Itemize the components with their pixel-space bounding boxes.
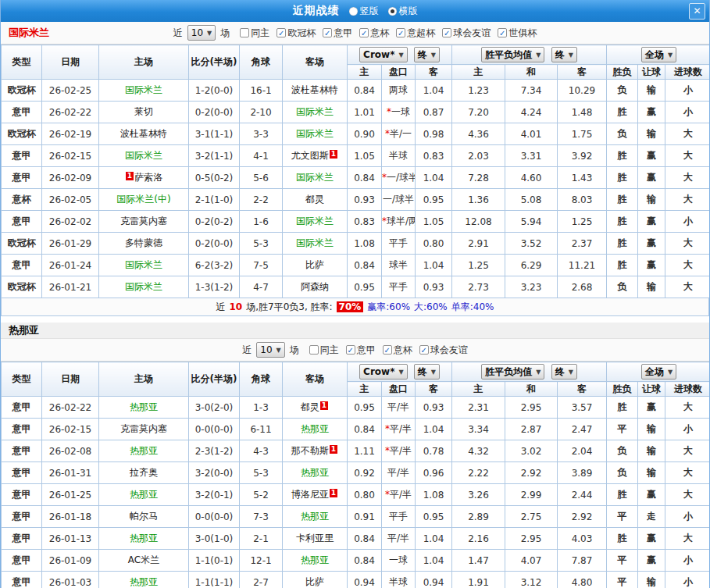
inter-match-count-select[interactable]: 10▼ xyxy=(187,25,216,41)
team-name: 国际米兰 xyxy=(125,84,162,95)
corners-cell: 2-7 xyxy=(240,572,283,588)
home-team-cell: 热那亚 xyxy=(99,397,189,419)
avg-home-odds-cell: 4.36 xyxy=(452,123,505,145)
handicap-time-select[interactable]: 终▼ xyxy=(414,47,440,62)
league-cell: 欧冠杯 xyxy=(2,80,42,102)
corners-cell: 6-11 xyxy=(240,419,283,440)
handicap-line-cell: *平/半 xyxy=(382,440,416,462)
score-cell: 2-3(1-2) xyxy=(189,440,240,462)
league-cell: 意杯 xyxy=(2,189,42,211)
match-row: 意杯26-02-05国际米兰(中)2-1(1-0)2-2都灵0.93一/球半0.… xyxy=(2,189,710,211)
col-header-odds-home: 主 xyxy=(348,65,382,80)
avg-type-select[interactable]: 胜平负均值▼ xyxy=(481,47,544,62)
col-header-type: 类型 xyxy=(2,362,42,397)
avg-draw-odds-cell: 4.60 xyxy=(505,167,558,189)
close-button[interactable]: ✕ xyxy=(689,3,705,20)
avg-away-odds-cell: 11.21 xyxy=(558,255,607,276)
avg-home-odds-cell: 2.22 xyxy=(452,462,505,484)
col-header-handicap: 盘口 xyxy=(382,65,416,80)
layout-radio-selected[interactable]: 横版 xyxy=(388,5,418,18)
score-cell: 3-2(1-1) xyxy=(189,145,240,167)
inter-filter-controls: 近 10▼ 场 同主✓欧冠杯✓意甲✓意杯✓意超杯✓球会友谊✓世俱杯 xyxy=(173,25,537,41)
odds-source-select[interactable]: Crow*▼ xyxy=(359,47,408,62)
radio-label: 横版 xyxy=(399,5,418,18)
filter-checkbox[interactable]: ✓意甲 xyxy=(346,344,376,357)
avg-home-odds-cell: 1.23 xyxy=(452,80,505,102)
goals-result-cell: 大 xyxy=(665,397,710,419)
chevron-down-icon: ▼ xyxy=(431,52,436,59)
handicap-time-select[interactable]: 终▼ xyxy=(414,364,440,380)
checkbox-icon: ✓ xyxy=(359,28,369,37)
handicap-away-odds-cell: 0.96 xyxy=(416,462,452,484)
checkbox-icon: ✓ xyxy=(323,28,332,37)
filter-checkbox[interactable]: 同主 xyxy=(240,27,269,40)
genoa-match-count-select[interactable]: 10▼ xyxy=(256,342,284,358)
handicap-away-odds-cell: 0.93 xyxy=(416,397,452,419)
filter-checkbox[interactable]: ✓球会友谊 xyxy=(419,344,468,357)
scope-select[interactable]: 全场▼ xyxy=(641,47,676,62)
odds-source-select[interactable]: Crow*▼ xyxy=(359,364,408,380)
layout-radio-option[interactable]: 竖版 xyxy=(349,5,379,18)
team-name: 热那亚 xyxy=(301,511,329,522)
home-team-cell: 热那亚 xyxy=(99,440,189,462)
filter-checkbox[interactable]: ✓意甲 xyxy=(323,27,352,40)
checkbox-label: 球会友谊 xyxy=(430,344,468,357)
filter-checkbox[interactable]: ✓欧冠杯 xyxy=(277,27,316,40)
handicap-result-cell: 赢 xyxy=(638,255,665,276)
score-cell: 0-0(0-0) xyxy=(189,419,240,440)
goals-result-cell: 小 xyxy=(665,211,710,233)
score-cell: 1-2(0-0) xyxy=(189,80,240,102)
avg-time-select[interactable]: 终▼ xyxy=(551,364,577,380)
col-header-type: 类型 xyxy=(2,45,42,80)
avg-draw-odds-cell: 5.08 xyxy=(505,189,558,211)
goals-result-cell: 小 xyxy=(665,102,710,123)
checkbox-label: 意超杯 xyxy=(407,27,435,40)
filter-checkbox[interactable]: ✓意超杯 xyxy=(396,27,435,40)
red-card-badge: 1 xyxy=(330,489,337,497)
filter-checkbox[interactable]: ✓意杯 xyxy=(359,27,389,40)
filter-checkbox[interactable]: 同主 xyxy=(309,344,339,357)
avg-time-select[interactable]: 终▼ xyxy=(551,47,577,62)
checkbox-icon: ✓ xyxy=(383,345,392,355)
handicap-result-cell: 赢 xyxy=(638,211,665,233)
handicap-line-cell: 平/半 xyxy=(382,528,416,550)
avg-away-odds-cell: 2.92 xyxy=(558,506,607,528)
avg-home-odds-cell: 1.25 xyxy=(452,255,505,276)
handicap-result-cell: 输 xyxy=(638,189,665,211)
team-name: 国际米兰 xyxy=(296,237,334,248)
score-cell: 0-2(0-2) xyxy=(189,211,240,233)
home-team-cell: 热那亚 xyxy=(99,572,189,588)
match-row: 欧冠杯26-01-29多特蒙德0-2(0-0)5-3国际米兰1.08平手0.80… xyxy=(2,233,710,255)
match-row: 意甲26-02-15国际米兰3-2(1-1)4-1尤文图斯11.05半球0.83… xyxy=(2,145,710,167)
away-handicap-star: * xyxy=(385,489,390,500)
away-team-cell: 国际米兰 xyxy=(283,211,348,233)
league-cell: 意甲 xyxy=(2,462,42,484)
handicap-result-cell: 赢 xyxy=(638,397,665,419)
radio-icon xyxy=(349,7,358,16)
league-cell: 欧冠杯 xyxy=(2,276,42,298)
match-row: 意甲26-02-15克雷莫内塞0-0(0-0)6-11热那亚0.84*平/半1.… xyxy=(2,419,710,440)
red-card-badge: 1 xyxy=(320,401,328,410)
filter-checkbox[interactable]: ✓球会友谊 xyxy=(442,27,491,40)
chevron-down-icon: ▼ xyxy=(277,347,281,354)
scope-select[interactable]: 全场▼ xyxy=(641,364,676,380)
handicap-line-cell: *一球 xyxy=(382,102,416,123)
home-team-cell: 国际米兰(中) xyxy=(99,189,189,211)
handicap-away-odds-cell: 0.78 xyxy=(416,440,452,462)
handicap-result-cell: 输 xyxy=(638,419,665,440)
handicap-home-odds-cell: 0.91 xyxy=(348,506,382,528)
checkbox-icon: ✓ xyxy=(419,345,429,355)
away-handicap-star: * xyxy=(382,216,387,226)
filter-checkbox[interactable]: ✓意杯 xyxy=(383,344,412,357)
avg-away-odds-cell: 4.03 xyxy=(558,528,607,550)
goals-result-cell: 大 xyxy=(665,167,710,189)
avg-type-select[interactable]: 胜平负均值▼ xyxy=(481,364,544,380)
team-name: 热那亚 xyxy=(130,445,158,456)
col-header-odds-away: 客 xyxy=(416,65,452,80)
date-cell: 26-01-25 xyxy=(42,484,99,506)
score-cell: 0-0(0-0) xyxy=(189,506,240,528)
filter-checkbox[interactable]: ✓世俱杯 xyxy=(498,27,537,40)
handicap-home-odds-cell: 0.84 xyxy=(348,550,382,572)
result-cell: 胜 xyxy=(607,145,638,167)
checkbox-label: 同主 xyxy=(320,344,339,357)
